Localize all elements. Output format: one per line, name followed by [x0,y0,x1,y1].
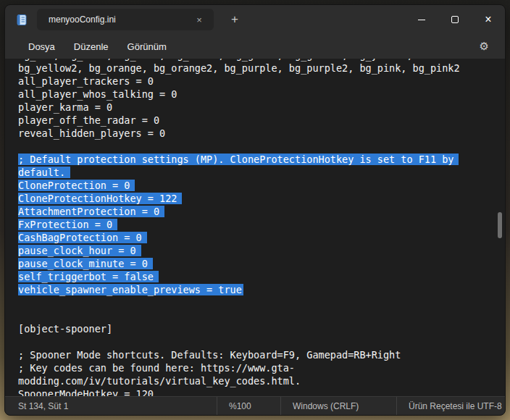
minimize-icon [418,20,425,20]
cursor-position: St 134, Süt 1 [5,397,217,415]
tab-close-icon[interactable]: × [192,12,206,27]
scrollbar-thumb[interactable] [498,212,502,238]
maximize-button[interactable] [438,5,472,34]
selected-text: pause_clock_minute = 0 [18,258,153,269]
selected-text: CloneProtection = 0 [18,180,135,191]
selected-text: pause_clock_hour = 0 [18,245,141,256]
new-tab-button[interactable]: + [224,9,246,30]
maximize-icon [451,16,459,23]
selected-text: self_triggerbot = false [18,271,159,282]
text-editor[interactable]: bg_red, bg_red2, bg_blue, bg_blue2, bg_g… [5,59,505,396]
editor-line[interactable]: default. [18,166,505,179]
editor-line[interactable]: player_karma = 0 [18,101,505,114]
editor-line[interactable]: ; Default protection settings (MP). Clon… [18,153,505,166]
close-icon: × [485,14,491,25]
menu-gorunum[interactable]: Görünüm [120,38,174,56]
editor-line[interactable] [18,296,505,309]
editor-line[interactable]: all_player_trackers = 0 [18,75,505,88]
menu-duzenle[interactable]: Düzenle [67,38,116,56]
editor-line[interactable]: pause_clock_hour = 0 [18,244,505,257]
line-ending: Windows (CRLF) [280,397,396,415]
close-button[interactable]: × [472,5,505,34]
editor-line[interactable]: CloneProtectionHotkey = 122 [18,192,505,205]
selected-text: default. [18,167,70,178]
selected-text: CashBagProtection = 0 [18,232,147,243]
editor-line[interactable] [18,140,505,153]
editor-line[interactable]: reveal_hidden_players = 0 [18,127,505,140]
editor-line[interactable]: ; Key codes can be found here: https://w… [18,361,505,374]
editor-line[interactable] [18,309,505,322]
vertical-scrollbar[interactable] [495,59,505,396]
menu-dosya[interactable]: Dosya [21,38,62,56]
editor-line[interactable]: [object-spooner] [18,322,505,335]
editor-line[interactable] [18,335,505,348]
selected-text: ; Default protection settings (MP). Clon… [18,154,459,165]
tab-title: menyooConfig.ini [49,14,192,25]
zoom-level: %100 [217,397,280,415]
editor-line[interactable]: ; Spooner Mode shortcuts. Defaults: Keyb… [18,348,505,361]
titlebar: menyooConfig.ini × + × [5,5,505,34]
menubar: Dosya Düzenle Görünüm ⚙ [5,34,505,59]
editor-lines: bg_red, bg_red2, bg_blue, bg_blue2, bg_g… [18,59,505,396]
minimize-button[interactable] [405,5,438,34]
editor-line[interactable]: pause_clock_minute = 0 [18,257,505,270]
editor-line[interactable]: AttachmentProtection = 0 [18,205,505,218]
editor-line[interactable]: modding.com/iv/tutorials/virtual_key_cod… [18,374,505,387]
editor-line[interactable]: CashBagProtection = 0 [18,231,505,244]
tab-menyooconfig[interactable]: menyooConfig.ini × [37,9,214,30]
notepad-window: menyooConfig.ini × + × Dosya Düzenle Gör… [4,4,506,416]
editor-line[interactable]: SpoonerModeHotkey = 120 [18,387,505,396]
settings-gear-icon[interactable]: ⚙ [474,37,495,56]
editor-line[interactable]: all_player_whos_talking = 0 [18,88,505,101]
selected-text: FxProtection = 0 [18,219,117,230]
encoding: Ürün Reçetesi ile UTF-8 [396,397,505,415]
editor-line[interactable]: vehicle_spawner_enable_previews = true [18,283,505,296]
editor-line[interactable]: FxProtection = 0 [18,218,505,231]
selected-text: vehicle_spawner_enable_previews = true [18,284,243,295]
editor-line[interactable]: bg_yellow2, bg_orange, bg_orange2, bg_pu… [18,62,505,75]
editor-line[interactable]: self_triggerbot = false [18,270,505,283]
selected-text: CloneProtectionHotkey = 122 [18,193,182,204]
editor-line[interactable]: player_off_the_radar = 0 [18,114,505,127]
notepad-app-icon [15,13,28,26]
selected-text: AttachmentProtection = 0 [18,206,164,217]
editor-line[interactable]: CloneProtection = 0 [18,179,505,192]
statusbar: St 134, Süt 1 %100 Windows (CRLF) Ürün R… [5,396,505,415]
